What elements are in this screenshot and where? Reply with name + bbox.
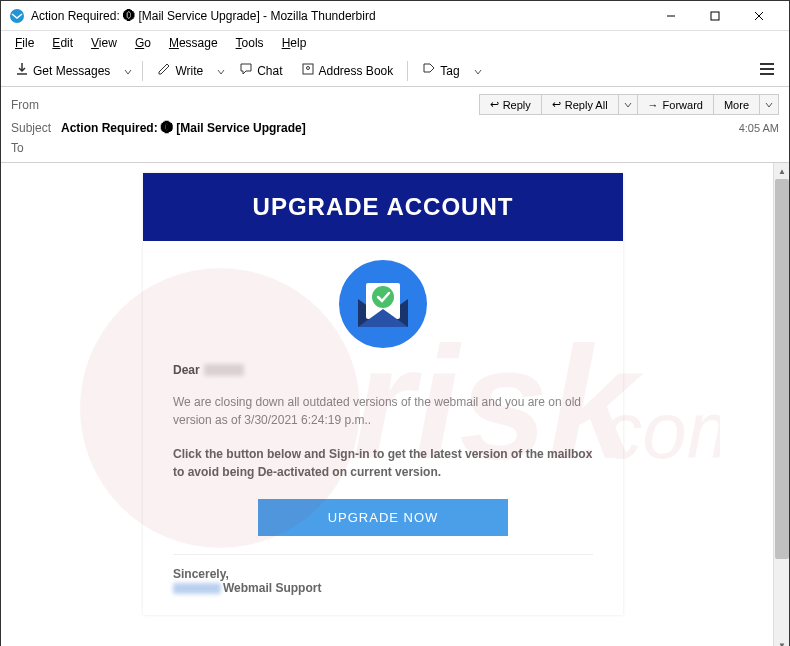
forward-icon: → (648, 99, 659, 111)
scroll-thumb[interactable] (775, 179, 789, 559)
message-header: From ↩Reply ↩Reply All →Forward More Sub… (1, 87, 789, 163)
email-greeting: Dear (173, 363, 593, 377)
reply-all-dropdown[interactable] (619, 94, 638, 115)
svg-point-0 (10, 9, 24, 23)
subject-label: Subject (11, 121, 61, 135)
more-button[interactable]: More (714, 94, 760, 115)
get-messages-button[interactable]: Get Messages (7, 58, 118, 83)
write-label: Write (175, 64, 203, 78)
message-body-area: PCrisk .com UPGRADE ACCOUNT (1, 163, 789, 646)
email-signature: Sincerely, Webmail Support (173, 567, 593, 595)
separator (142, 61, 143, 81)
email-para1: We are closing down all outdated version… (173, 393, 593, 429)
from-label: From (11, 98, 61, 112)
separator (407, 61, 408, 81)
more-dropdown[interactable] (760, 94, 779, 115)
reply-all-icon: ↩ (552, 98, 561, 111)
forward-button[interactable]: →Forward (638, 94, 714, 115)
svg-point-6 (306, 67, 309, 70)
write-button[interactable]: Write (149, 58, 211, 83)
address-book-label: Address Book (319, 64, 394, 78)
address-book-button[interactable]: Address Book (293, 58, 402, 83)
minimize-button[interactable] (649, 1, 693, 31)
window-title: Action Required: ⓿ [Mail Service Upgrade… (31, 9, 649, 23)
scroll-up-arrow[interactable]: ▲ (774, 163, 789, 179)
upgrade-now-button[interactable]: UPGRADE NOW (258, 499, 508, 536)
write-dropdown[interactable] (213, 60, 229, 82)
get-messages-dropdown[interactable] (120, 60, 136, 82)
get-messages-label: Get Messages (33, 64, 110, 78)
to-label: To (11, 141, 61, 155)
menu-file[interactable]: File (7, 34, 42, 52)
redacted-sender (173, 583, 221, 594)
email-hero-icon (143, 241, 623, 363)
reply-button[interactable]: ↩Reply (479, 94, 542, 115)
pencil-icon (157, 62, 171, 79)
window-titlebar: Action Required: ⓿ [Mail Service Upgrade… (1, 1, 789, 31)
email-message: UPGRADE ACCOUNT Dear We ar (143, 173, 623, 615)
divider (173, 554, 593, 555)
message-time: 4:05 AM (739, 122, 779, 134)
address-book-icon (301, 62, 315, 79)
maximize-button[interactable] (693, 1, 737, 31)
menu-view[interactable]: View (83, 34, 125, 52)
tag-icon (422, 62, 436, 79)
subject-value: Action Required: ⓿ [Mail Service Upgrade… (61, 121, 739, 135)
tag-dropdown[interactable] (470, 60, 486, 82)
reply-all-button[interactable]: ↩Reply All (542, 94, 619, 115)
menu-edit[interactable]: Edit (44, 34, 81, 52)
menu-tools[interactable]: Tools (228, 34, 272, 52)
vertical-scrollbar[interactable]: ▲ ▼ (773, 163, 789, 646)
tag-button[interactable]: Tag (414, 58, 467, 83)
toolbar: Get Messages Write Chat Address Book Tag (1, 55, 789, 87)
app-menu-button[interactable] (751, 58, 783, 84)
chat-icon (239, 62, 253, 79)
tag-label: Tag (440, 64, 459, 78)
chat-label: Chat (257, 64, 282, 78)
menubar: File Edit View Go Message Tools Help (1, 31, 789, 55)
menu-go[interactable]: Go (127, 34, 159, 52)
menu-help[interactable]: Help (274, 34, 315, 52)
email-para2: Click the button below and Sign-in to ge… (173, 445, 593, 481)
redacted-name (204, 364, 244, 376)
scroll-down-arrow[interactable]: ▼ (774, 637, 789, 646)
reply-icon: ↩ (490, 98, 499, 111)
thunderbird-icon (9, 8, 25, 24)
menu-message[interactable]: Message (161, 34, 226, 52)
close-button[interactable] (737, 1, 781, 31)
svg-rect-2 (711, 12, 719, 20)
email-banner: UPGRADE ACCOUNT (143, 173, 623, 241)
scroll-track[interactable] (774, 179, 789, 637)
download-icon (15, 62, 29, 79)
chat-button[interactable]: Chat (231, 58, 290, 83)
